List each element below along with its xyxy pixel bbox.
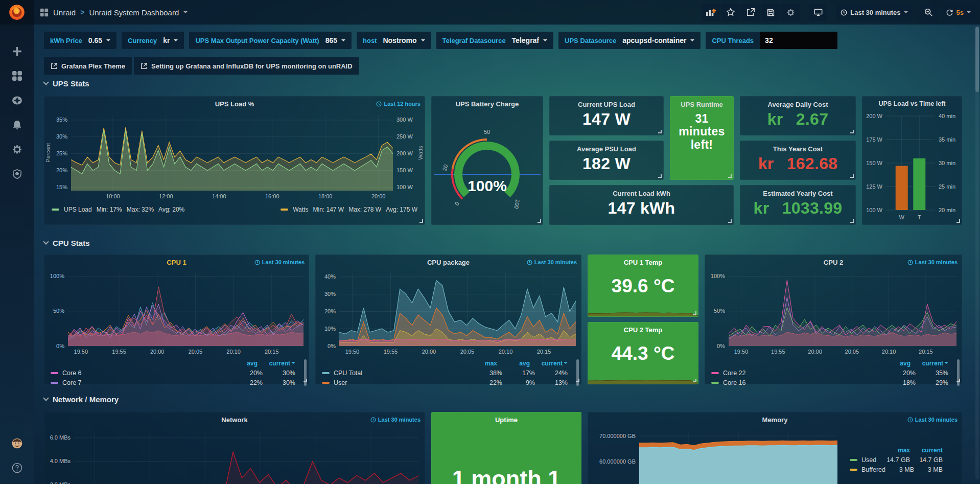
section-ups-stats[interactable]: UPS Stats — [44, 77, 980, 90]
panel-time-range[interactable]: Last 30 minutes — [907, 417, 958, 423]
sidebar-item-configuration[interactable] — [0, 137, 34, 162]
sidebar-item-create[interactable] — [0, 39, 34, 63]
dashboard-link[interactable]: Setting up Grafana and InfluxDB for UPS … — [134, 57, 359, 75]
panel-title[interactable]: UPS Load vs Time left — [878, 100, 945, 107]
legend-item-ups-load[interactable]: UPS Load Min: 17% Max: 32% Avg: 20% — [52, 206, 184, 213]
panel-title[interactable]: Uptime — [495, 416, 518, 424]
sidebar-item-alerting[interactable] — [0, 112, 34, 137]
add-panel-button[interactable] — [702, 4, 720, 21]
cycle-view-button[interactable] — [809, 4, 827, 21]
variable-telegraf-datasource[interactable]: Telegraf DatasourceTelegraf — [436, 32, 553, 49]
series-name[interactable]: Used — [861, 456, 877, 464]
page-title[interactable]: Unraid System Dashboard — [89, 8, 179, 17]
resize-handle[interactable] — [419, 219, 423, 223]
panel-title[interactable]: CPU 2 Temp — [624, 326, 663, 334]
resize-handle[interactable] — [728, 174, 732, 178]
variable-value[interactable]: Nostromo — [383, 36, 431, 44]
resize-handle[interactable] — [850, 174, 854, 178]
chevron-down-icon[interactable] — [183, 11, 188, 15]
legend-column-current[interactable]: current — [911, 360, 943, 367]
panel-time-range[interactable]: Last 30 minutes — [527, 259, 577, 265]
dashboard-grid-icon[interactable] — [40, 8, 49, 17]
cpu2-chart[interactable]: 100%50%0%19:5019:5520:0020:0520:1020:15 — [705, 269, 963, 356]
resize-handle[interactable] — [304, 379, 307, 382]
cpu-package-chart[interactable]: 40%30%20%10%0%19:5019:5520:0020:0520:102… — [316, 269, 582, 356]
legend-column-current[interactable]: current — [530, 360, 563, 367]
dashboard-link[interactable]: Grafana Plex Theme — [44, 57, 132, 75]
star-button[interactable] — [721, 4, 740, 21]
legend-column-max[interactable]: max — [464, 360, 497, 367]
legend-column-avg[interactable]: avg — [878, 360, 911, 367]
resize-handle[interactable] — [728, 219, 732, 223]
panel-title[interactable]: UPS Load % — [215, 100, 254, 108]
legend-item-watts[interactable]: Watts Min: 147 W Max: 278 W Avg: 175 W — [281, 206, 417, 213]
sidebar-item-server-admin[interactable] — [0, 162, 34, 186]
time-range-picker[interactable]: Last 30 minutes — [836, 4, 912, 21]
resize-handle[interactable] — [576, 379, 579, 382]
resize-handle[interactable] — [658, 174, 662, 178]
share-button[interactable] — [741, 4, 760, 21]
variable-input-cpu-threads[interactable] — [760, 32, 837, 49]
panel-title[interactable]: Memory — [762, 416, 788, 424]
resize-handle[interactable] — [658, 130, 662, 133]
series-name[interactable]: Core 22 — [723, 370, 883, 377]
panel-title[interactable]: CPU 2 — [824, 259, 843, 266]
section-network-memory[interactable]: Network / Memory — [44, 393, 980, 406]
variable-ups-datasource[interactable]: UPS Datasourceapcupsd-container — [558, 32, 701, 49]
series-name[interactable]: CPU Total — [334, 370, 470, 377]
network-chart[interactable]: 6.0 MBs4.0 MBs2.0 MBs — [44, 427, 426, 484]
resize-handle[interactable] — [538, 219, 541, 223]
legend-column-avg[interactable]: avg — [225, 360, 258, 367]
dashboard-settings-button[interactable] — [781, 4, 800, 21]
panel-time-range[interactable]: Last 30 minutes — [370, 417, 421, 423]
legend-column-avg[interactable]: avg — [497, 360, 530, 367]
variable-value[interactable]: apcupsd-container — [622, 36, 701, 44]
legend-column-current[interactable]: current — [258, 360, 290, 367]
refresh-picker[interactable]: 5s — [942, 4, 975, 21]
save-button[interactable] — [761, 4, 780, 21]
memory-chart[interactable]: 70.000000 GB60.000000 GB50.000000 GB — [588, 427, 844, 484]
sidebar-item-explore[interactable] — [0, 88, 34, 112]
variable-ups-max-output-power-capacity-watt-[interactable]: UPS Max Output Power Capacity (Watt)865 — [189, 32, 352, 49]
ups-load-chart[interactable]: 35%30%25%20%15%300 W250 W200 W150 W100 W… — [44, 111, 426, 201]
cpu1-chart[interactable]: 100%50%0%19:5019:5520:0020:0520:1020:15 — [44, 269, 310, 356]
legend-column-current[interactable]: current — [910, 447, 943, 454]
panel-title[interactable]: CPU 1 Temp — [624, 259, 663, 266]
panel-time-range[interactable]: Last 30 minutes — [907, 259, 958, 265]
grafana-logo[interactable] — [0, 0, 34, 25]
page-scrollbar[interactable] — [975, 27, 979, 479]
series-name[interactable]: Core 7 — [62, 379, 230, 386]
panel-title[interactable]: CPU 1 — [167, 259, 186, 266]
variable-value[interactable]: 0.65 — [88, 36, 116, 44]
resize-handle[interactable] — [850, 130, 854, 133]
series-name[interactable]: Core 16 — [723, 379, 883, 386]
panel-title[interactable]: UPS Battery Charge — [456, 100, 519, 108]
panel-time-range[interactable]: Last 30 minutes — [254, 259, 305, 265]
panel-title[interactable]: Network — [221, 416, 247, 424]
variable-value[interactable]: 865 — [325, 36, 352, 44]
series-name[interactable]: User — [334, 379, 470, 386]
variable-kwh-price[interactable]: kWh Price0.65 — [44, 32, 116, 49]
sidebar-item-help[interactable] — [0, 455, 34, 480]
resize-handle[interactable] — [956, 379, 960, 382]
variable-host[interactable]: hostNostromo — [357, 32, 431, 49]
panel-title[interactable]: CPU package — [427, 259, 470, 266]
series-name[interactable]: Buffered — [861, 466, 885, 473]
legend-column-max[interactable]: max — [877, 447, 910, 454]
series-name[interactable]: Core 6 — [62, 370, 230, 377]
resize-handle[interactable] — [693, 311, 696, 315]
breadcrumb-folder[interactable]: Unraid — [53, 8, 76, 17]
resize-handle[interactable] — [693, 379, 696, 382]
variable-cpu-threads[interactable]: CPU Threads — [706, 32, 837, 49]
zoom-out-button[interactable] — [919, 4, 938, 21]
resize-handle[interactable] — [850, 219, 854, 223]
variable-value[interactable]: kr — [163, 36, 184, 44]
panel-time-range[interactable]: Last 12 hours — [376, 101, 421, 107]
sidebar-item-profile[interactable] — [0, 431, 34, 455]
variable-value[interactable]: Telegraf — [512, 36, 553, 44]
section-cpu-stats[interactable]: CPU Stats — [44, 236, 980, 249]
sidebar-item-dashboards[interactable] — [0, 63, 34, 88]
variable-currency[interactable]: Currencykr — [122, 32, 184, 49]
scrollbar-thumb[interactable] — [975, 27, 979, 92]
resize-handle[interactable] — [956, 219, 960, 223]
